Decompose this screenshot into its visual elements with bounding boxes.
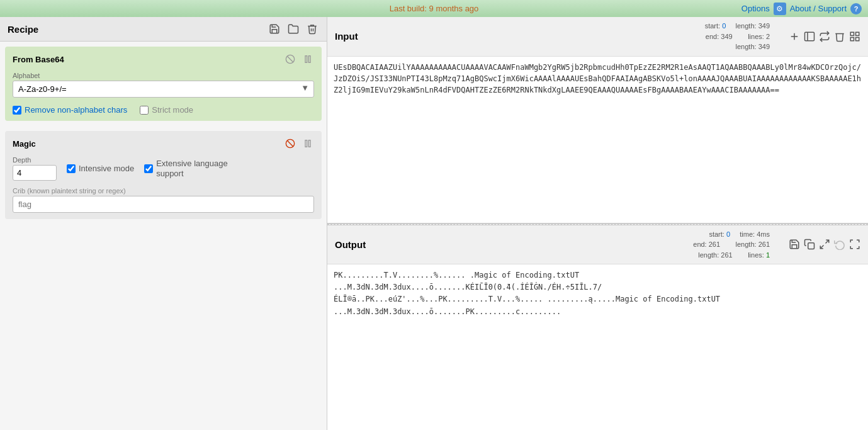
output-line2: ...M.3dN.3dM.3dux....ō.......KÉIL̄Ī0(0.̄…: [334, 281, 862, 293]
gear-button[interactable]: ⚙: [774, 3, 786, 15]
input-swap-button[interactable]: [819, 31, 830, 42]
input-delete-button[interactable]: [834, 31, 845, 42]
output-stat-time-label: time:: [740, 230, 757, 238]
input-open-button[interactable]: [804, 31, 815, 42]
output-stat-length-val: 261: [758, 240, 770, 248]
output-stat-length2-label: length:: [698, 251, 721, 259]
input-stat-end-label: end:: [706, 33, 721, 40]
crib-container: Crib (known plaintext string or regex): [13, 187, 314, 213]
output-stat-length-label: length:: [736, 240, 758, 248]
remove-nonalpha-checkbox-item[interactable]: Remove non-alphabet chars: [13, 105, 127, 115]
input-stat-length2-val: 349: [758, 43, 770, 50]
input-stat-length1-label: length:: [736, 22, 758, 30]
input-grid-button[interactable]: [849, 31, 860, 42]
checkboxes-row: Remove non-alphabet chars Strict mode: [13, 105, 314, 115]
svg-rect-7: [308, 140, 310, 147]
svg-line-17: [826, 240, 829, 244]
output-stat-lines-val: 1: [766, 251, 770, 259]
output-save-button[interactable]: [789, 239, 800, 250]
depth-input[interactable]: [13, 165, 57, 181]
output-content[interactable]: PK.........T.V........%...... .Magic of …: [327, 264, 868, 430]
pause-base64-button[interactable]: [302, 53, 314, 65]
pause-magic-button[interactable]: [302, 137, 314, 150]
remove-nonalpha-label: Remove non-alphabet chars: [25, 105, 127, 115]
intensive-mode-label: Intensive mode: [79, 164, 134, 173]
open-recipe-button[interactable]: [286, 22, 300, 36]
input-title: Input: [335, 31, 358, 42]
from-base64-section: From Base64: [5, 47, 322, 121]
depth-container: Depth: [13, 156, 57, 181]
recipe-icons: [268, 22, 319, 36]
output-expand-button[interactable]: [819, 239, 830, 250]
intensive-mode-item[interactable]: Intensive mode: [67, 164, 134, 173]
svg-rect-14: [856, 37, 859, 40]
extensive-lang-item[interactable]: Extensive language support: [144, 159, 227, 178]
extensive-lang-checkbox[interactable]: [144, 164, 153, 173]
svg-rect-16: [808, 243, 814, 249]
magic-row: Depth Intensive mode Extensive language …: [13, 156, 314, 181]
build-text: Last build: 9 months ago: [390, 4, 479, 13]
svg-rect-3: [308, 56, 310, 63]
svg-rect-2: [305, 56, 307, 63]
alphabet-label: Alphabet: [13, 72, 314, 79]
output-stat-end-val: 261: [709, 240, 720, 248]
alphabet-container: Alphabet A-Za-z0-9+/= ▼: [13, 72, 314, 98]
extensive-lang-label: Extensive language: [156, 159, 227, 169]
help-button[interactable]: ?: [850, 3, 862, 14]
input-section: Input start: 0 length: 349 end: 349 line…: [327, 17, 868, 224]
input-stats: start: 0 length: 349 end: 349 lines: 2 l…: [705, 21, 770, 52]
output-stat-length2-val: 261: [721, 251, 732, 259]
input-stat-start-val: 0: [722, 22, 726, 30]
disable-magic-button[interactable]: [284, 137, 296, 150]
save-recipe-button[interactable]: [268, 22, 281, 36]
magic-title: Magic: [13, 139, 36, 149]
strict-mode-checkbox-item[interactable]: Strict mode: [140, 105, 193, 115]
disable-base64-button[interactable]: [284, 53, 296, 65]
strict-mode-checkbox[interactable]: [140, 106, 149, 115]
input-stat-length1-val: 349: [758, 22, 770, 30]
input-stat-end-val: 349: [721, 33, 732, 40]
output-title: Output: [335, 239, 366, 250]
top-bar-right: Options ⚙ About / Support ?: [741, 0, 862, 17]
output-icons: [789, 239, 860, 250]
svg-line-1: [287, 56, 293, 62]
input-text: UEsDBQACAIAAZUilYAAAAAAAAAACUAAAAVACAAWF…: [334, 63, 861, 94]
input-stat-start-label: start:: [705, 22, 723, 30]
delete-recipe-button[interactable]: [305, 22, 319, 36]
crib-input[interactable]: [13, 196, 314, 213]
output-line1: PK.........T.V........%...... .Magic of …: [334, 269, 862, 281]
options-link[interactable]: Options: [741, 4, 770, 13]
input-stat-length2-label: length:: [736, 43, 758, 50]
svg-line-5: [287, 140, 293, 146]
build-info: Last build: 9 months ago: [390, 4, 479, 13]
strict-mode-label: Strict mode: [152, 105, 193, 115]
from-base64-icons: [284, 53, 314, 65]
input-stat-lines-val: 2: [766, 33, 770, 40]
remove-nonalpha-checkbox[interactable]: [13, 106, 21, 115]
extensive-lang-label2: support: [156, 169, 227, 179]
left-panel: Recipe: [0, 17, 327, 430]
from-base64-header: From Base64: [13, 53, 314, 65]
magic-section: Magic: [5, 131, 322, 219]
input-header: Input start: 0 length: 349 end: 349 line…: [327, 17, 868, 57]
output-undo-button[interactable]: [834, 239, 845, 250]
svg-rect-10: [805, 32, 814, 41]
alphabet-select[interactable]: A-Za-z0-9+/=: [13, 81, 314, 98]
input-content[interactable]: UEsDBQACAIAAZUilYAAAAAAAAAACUAAAAVACAAWF…: [327, 57, 868, 223]
input-stat-lines-label: lines:: [748, 33, 766, 40]
output-copy-button[interactable]: [804, 239, 815, 250]
output-fullscreen-button[interactable]: [849, 239, 860, 250]
output-stats: start: 0 time: 4ms end: 261 length: 261 …: [693, 229, 770, 261]
output-line4: ...M.3dN.3dM.3dux....ō.......PK.........…: [334, 306, 862, 318]
magic-icons: [284, 137, 314, 150]
output-header: Output start: 0 time: 4ms end: 261 lengt…: [327, 225, 868, 265]
svg-rect-12: [850, 32, 854, 35]
output-section: Output start: 0 time: 4ms end: 261 lengt…: [327, 225, 868, 431]
input-add-button[interactable]: [789, 31, 800, 42]
svg-rect-15: [850, 37, 854, 40]
recipe-header: Recipe: [0, 17, 327, 42]
about-link[interactable]: About / Support: [790, 4, 847, 13]
output-stat-end-label: end:: [693, 240, 708, 248]
intensive-mode-checkbox[interactable]: [67, 164, 76, 173]
depth-label: Depth: [13, 156, 57, 164]
